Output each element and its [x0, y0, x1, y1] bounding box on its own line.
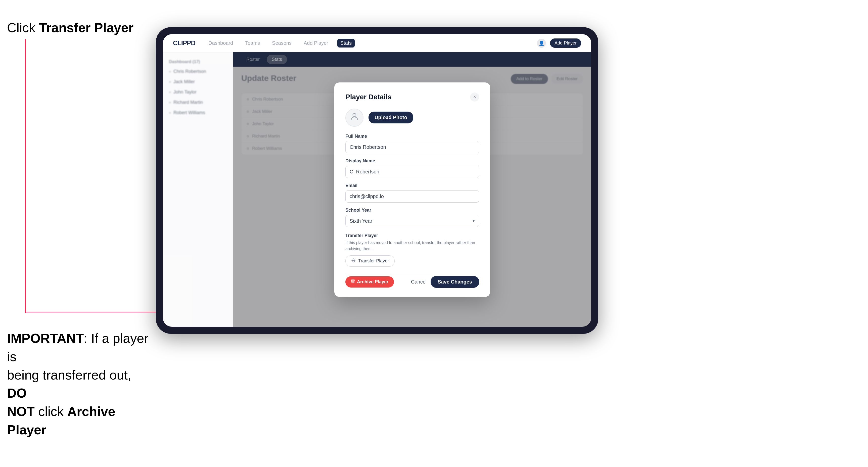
annotation-line-vertical	[25, 39, 26, 313]
save-changes-button[interactable]: Save Changes	[431, 276, 479, 288]
modal-title: Player Details	[345, 93, 392, 101]
display-name-label: Display Name	[345, 158, 479, 164]
nav-item-teams[interactable]: Teams	[242, 39, 263, 48]
main-content: Roster Stats Update Roster Add to Roster…	[233, 52, 591, 327]
school-year-select-wrapper: First Year Second Year Third Year Fourth…	[345, 215, 479, 227]
avatar-placeholder	[345, 108, 364, 127]
upload-photo-button[interactable]: Upload Photo	[369, 112, 413, 123]
nav-item-seasons[interactable]: Seasons	[269, 39, 294, 48]
archive-btn-label: Archive Player	[357, 279, 389, 284]
do-label: DONOT	[7, 386, 35, 419]
modal-header: Player Details ×	[345, 93, 479, 101]
transfer-section: Transfer Player If this player has moved…	[345, 232, 479, 267]
sidebar-dot-3	[169, 91, 171, 93]
instruction-bottom: IMPORTANT: If a player is being transfer…	[7, 329, 153, 439]
modal-overlay: Player Details ×	[233, 52, 591, 327]
app-content: Dashboard (17) Chris Robertson Jack Mill…	[163, 52, 591, 327]
svg-point-0	[353, 113, 356, 117]
sidebar-item-3[interactable]: John Taylor	[163, 87, 233, 97]
app-header: CLIPPD Dashboard Teams Seasons Add Playe…	[163, 34, 591, 52]
app-logo: CLIPPD	[173, 39, 195, 47]
sidebar-item-1[interactable]: Chris Robertson	[163, 66, 233, 77]
avatar-icon	[350, 112, 359, 123]
email-group: Email	[345, 183, 479, 203]
sidebar-section: Dashboard (17)	[163, 57, 233, 66]
header-add-player-btn[interactable]: Add Player	[550, 38, 581, 48]
sidebar-item-2[interactable]: Jack Miller	[163, 77, 233, 87]
full-name-group: Full Name	[345, 134, 479, 153]
sidebar-dot-5	[169, 112, 171, 114]
sidebar-dot-2	[169, 81, 171, 83]
transfer-icon	[351, 258, 356, 264]
nav-item-stats[interactable]: Stats	[337, 39, 355, 48]
archive-icon	[351, 279, 355, 284]
transfer-player-button[interactable]: Transfer Player	[345, 255, 395, 267]
sidebar-item-4[interactable]: Richard Martin	[163, 97, 233, 107]
tablet-screen: CLIPPD Dashboard Teams Seasons Add Playe…	[163, 34, 591, 327]
school-year-group: School Year First Year Second Year Third…	[345, 208, 479, 227]
school-year-select[interactable]: First Year Second Year Third Year Fourth…	[345, 215, 479, 227]
display-name-input[interactable]	[345, 166, 479, 178]
school-year-label: School Year	[345, 208, 479, 213]
app-nav: Dashboard Teams Seasons Add Player Stats	[205, 39, 527, 48]
nav-item-addplayer[interactable]: Add Player	[301, 39, 331, 48]
transfer-btn-label: Transfer Player	[358, 258, 389, 264]
sidebar: Dashboard (17) Chris Robertson Jack Mill…	[163, 52, 233, 327]
email-label: Email	[345, 183, 479, 188]
instruction-top: Click Transfer Player	[7, 20, 133, 35]
display-name-group: Display Name	[345, 158, 479, 178]
app-header-right: 👤 Add Player	[537, 38, 581, 48]
important-label: IMPORTANT	[7, 331, 84, 346]
archive-player-button[interactable]: Archive Player	[345, 276, 394, 287]
transfer-section-title: Transfer Player	[345, 233, 479, 238]
full-name-input[interactable]	[345, 141, 479, 153]
full-name-label: Full Name	[345, 134, 479, 139]
user-avatar[interactable]: 👤	[537, 39, 546, 48]
upload-section: Upload Photo	[345, 108, 479, 127]
transfer-description: If this player has moved to another scho…	[345, 240, 479, 252]
sidebar-dot-4	[169, 101, 171, 103]
sidebar-item-5[interactable]: Robert Williams	[163, 107, 233, 118]
modal-footer: Archive Player Cancel Save Changes	[345, 274, 479, 288]
modal-close-button[interactable]: ×	[470, 93, 479, 101]
sidebar-dot-1	[169, 71, 171, 73]
nav-item-dashboard[interactable]: Dashboard	[205, 39, 236, 48]
user-icon: 👤	[539, 40, 544, 46]
player-details-modal: Player Details ×	[334, 83, 490, 297]
cancel-button[interactable]: Cancel	[411, 279, 427, 285]
instruction-prefix: Click	[7, 20, 39, 35]
instruction-bold: Transfer Player	[39, 20, 133, 35]
email-input[interactable]	[345, 190, 479, 203]
tablet-device: CLIPPD Dashboard Teams Seasons Add Playe…	[156, 27, 598, 334]
